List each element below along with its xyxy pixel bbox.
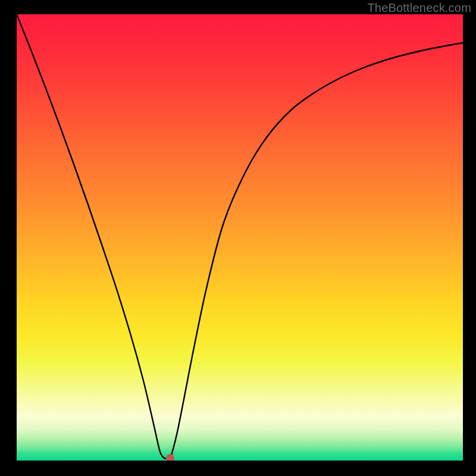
minimum-marker — [166, 454, 174, 461]
plot-area — [17, 14, 463, 461]
curve-svg — [17, 14, 463, 461]
watermark-text: TheBottleneck.com — [367, 1, 471, 15]
chart-frame: TheBottleneck.com — [0, 0, 476, 476]
bottleneck-curve — [17, 14, 463, 459]
